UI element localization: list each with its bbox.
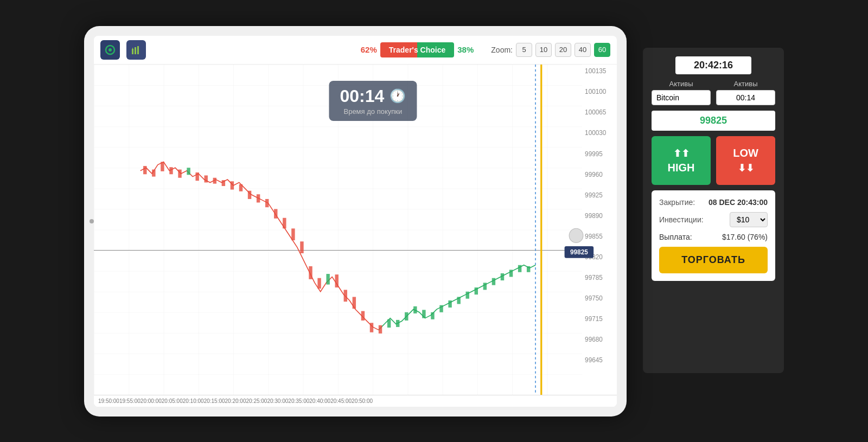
svg-rect-62 [466, 291, 469, 298]
svg-rect-35 [231, 181, 234, 189]
asset-time-input[interactable] [716, 90, 775, 105]
info-card: Закрытие: 08 DEC 20:43:00 Инвестиции: $1… [652, 190, 775, 281]
svg-rect-60 [448, 300, 451, 308]
svg-rect-32 [205, 175, 208, 182]
close-row: Закрытие: 08 DEC 20:43:00 [659, 198, 768, 207]
trade-buttons: HIGH LOW [652, 136, 775, 185]
svg-rect-45 [317, 278, 321, 289]
low-label: LOW [733, 147, 758, 159]
zoom-container: Zoom: 5 10 20 40 60 [491, 43, 610, 57]
svg-text:99995: 99995 [585, 150, 603, 157]
assets-label-2: Активы [716, 80, 775, 88]
timer-time: 00:14 🕐 [340, 86, 406, 106]
clock-icon: 🕐 [390, 88, 406, 104]
invest-row: Инвестиции: $10 $25 $50 $100 [659, 212, 768, 227]
svg-text:99750: 99750 [585, 294, 603, 302]
arrow-down-icon [738, 162, 754, 174]
svg-rect-65 [492, 278, 495, 285]
svg-rect-58 [431, 312, 434, 319]
svg-rect-56 [413, 306, 417, 313]
chart-header: 62% Trader's Choice 38% Zoom: 5 10 20 40… [94, 36, 617, 65]
svg-rect-63 [475, 287, 478, 294]
current-price-display: 99825 [652, 111, 775, 131]
svg-rect-2 [132, 49, 133, 54]
payout-value: $17.60 (76%) [722, 233, 768, 241]
svg-rect-69 [527, 266, 530, 272]
svg-rect-5 [132, 48, 133, 49]
svg-rect-44 [309, 266, 312, 279]
svg-rect-61 [457, 297, 460, 304]
zoom-btn-60[interactable]: 60 [594, 43, 610, 57]
chart-circle-icon-btn[interactable] [100, 40, 120, 60]
invest-select[interactable]: $10 $25 $50 $100 [730, 212, 768, 227]
svg-rect-66 [501, 273, 504, 280]
timer-overlay: 00:14 🕐 Время до покупки [329, 81, 417, 121]
svg-rect-37 [248, 190, 251, 198]
assets-col-1: Активы Bitcoin Ethereum Litecoin [652, 80, 711, 105]
svg-rect-33 [213, 177, 216, 183]
svg-rect-27 [161, 162, 164, 171]
svg-rect-54 [396, 319, 399, 326]
tablet: 62% Trader's Choice 38% Zoom: 5 10 20 40… [84, 26, 627, 417]
arrow-up-icon [673, 147, 690, 159]
svg-rect-36 [239, 184, 242, 191]
tablet-side-button [90, 219, 94, 223]
svg-point-72 [569, 228, 583, 242]
svg-text:99890: 99890 [585, 212, 603, 219]
svg-rect-50 [361, 311, 365, 320]
svg-rect-64 [483, 283, 487, 290]
svg-rect-26 [152, 169, 155, 176]
close-label: Закрытие: [659, 198, 695, 207]
svg-rect-34 [222, 180, 225, 186]
timer-value: 00:14 [340, 86, 384, 106]
invest-label: Инвестиции: [659, 215, 704, 224]
svg-point-1 [108, 48, 112, 52]
svg-rect-41 [283, 217, 286, 228]
pct-red: 62% [361, 45, 377, 54]
svg-rect-28 [169, 167, 173, 174]
svg-text:99825: 99825 [570, 248, 588, 256]
svg-rect-51 [370, 323, 373, 332]
svg-text:100065: 100065 [585, 108, 607, 116]
zoom-label: Zoom: [491, 46, 513, 54]
zoom-btn-20[interactable]: 20 [555, 43, 571, 57]
svg-text:99855: 99855 [585, 232, 603, 240]
svg-rect-48 [344, 290, 347, 302]
high-button[interactable]: HIGH [652, 136, 711, 185]
svg-rect-31 [195, 172, 199, 181]
trader-choice-button[interactable]: Trader's Choice [380, 42, 454, 57]
svg-text:99715: 99715 [585, 315, 603, 322]
svg-text:99645: 99645 [585, 356, 603, 364]
zoom-btn-5[interactable]: 5 [516, 43, 532, 57]
svg-text:100100: 100100 [585, 88, 607, 95]
chart-xaxis: 19:50:0019:55:0020:00:0020:05:0020:10:00… [94, 395, 617, 407]
svg-rect-42 [291, 228, 295, 240]
svg-rect-59 [439, 305, 443, 312]
svg-rect-55 [405, 312, 408, 320]
svg-rect-68 [518, 265, 521, 272]
svg-rect-4 [137, 46, 139, 54]
assets-label-1: Активы [652, 80, 711, 88]
trade-button[interactable]: ТОРГОВАТЬ [659, 247, 768, 273]
chart-area: 62% Trader's Choice 38% Zoom: 5 10 20 40… [94, 36, 617, 407]
asset-select[interactable]: Bitcoin Ethereum Litecoin [652, 90, 711, 105]
payout-row: Выплата: $17.60 (76%) [659, 233, 768, 241]
zoom-btn-40[interactable]: 40 [575, 43, 591, 57]
svg-rect-25 [143, 166, 146, 174]
svg-rect-29 [178, 169, 181, 177]
svg-text:99680: 99680 [585, 336, 603, 343]
trader-choice-container: 62% Trader's Choice 38% [361, 42, 474, 57]
time-display: 20:42:16 [675, 56, 751, 74]
assets-col-2: Активы [716, 80, 775, 105]
low-button[interactable]: LOW [716, 136, 775, 185]
svg-rect-3 [135, 47, 136, 54]
chart-bar-icon-btn[interactable] [126, 40, 146, 60]
svg-rect-38 [257, 194, 260, 202]
svg-text:100030: 100030 [585, 129, 607, 137]
svg-rect-67 [509, 270, 513, 277]
high-label: HIGH [668, 162, 695, 174]
chart-body: 100135 100100 100065 100030 99995 99960 … [94, 65, 617, 395]
svg-rect-52 [379, 325, 382, 333]
zoom-btn-10[interactable]: 10 [535, 43, 552, 57]
svg-text:100135: 100135 [585, 67, 607, 75]
